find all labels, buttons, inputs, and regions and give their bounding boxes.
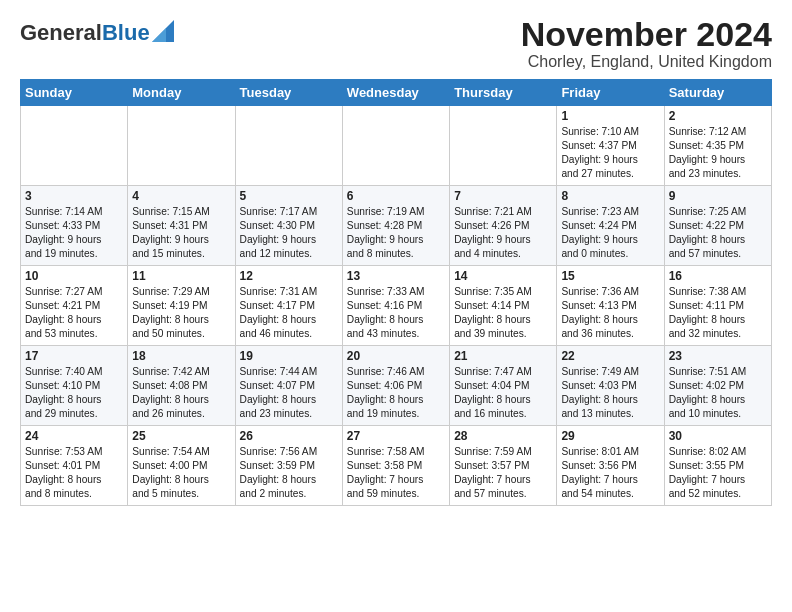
day-number: 11 [132,269,230,283]
calendar-week-5: 24Sunrise: 7:53 AM Sunset: 4:01 PM Dayli… [21,426,772,506]
day-number: 4 [132,189,230,203]
day-number: 26 [240,429,338,443]
day-info: Sunrise: 7:10 AM Sunset: 4:37 PM Dayligh… [561,125,659,180]
day-info: Sunrise: 7:58 AM Sunset: 3:58 PM Dayligh… [347,445,445,500]
calendar-cell: 17Sunrise: 7:40 AM Sunset: 4:10 PM Dayli… [21,346,128,426]
calendar-cell: 6Sunrise: 7:19 AM Sunset: 4:28 PM Daylig… [342,186,449,266]
day-info: Sunrise: 7:25 AM Sunset: 4:22 PM Dayligh… [669,205,767,260]
day-info: Sunrise: 7:42 AM Sunset: 4:08 PM Dayligh… [132,365,230,420]
day-info: Sunrise: 7:19 AM Sunset: 4:28 PM Dayligh… [347,205,445,260]
logo: GeneralBlue [20,20,174,46]
day-number: 23 [669,349,767,363]
day-info: Sunrise: 7:51 AM Sunset: 4:02 PM Dayligh… [669,365,767,420]
day-number: 10 [25,269,123,283]
svg-marker-1 [152,28,166,42]
calendar-cell: 24Sunrise: 7:53 AM Sunset: 4:01 PM Dayli… [21,426,128,506]
calendar-cell: 12Sunrise: 7:31 AM Sunset: 4:17 PM Dayli… [235,266,342,346]
day-number: 18 [132,349,230,363]
logo-general: General [20,20,102,45]
day-info: Sunrise: 8:01 AM Sunset: 3:56 PM Dayligh… [561,445,659,500]
calendar-cell [450,106,557,186]
day-number: 2 [669,109,767,123]
calendar-cell: 28Sunrise: 7:59 AM Sunset: 3:57 PM Dayli… [450,426,557,506]
calendar-cell: 18Sunrise: 7:42 AM Sunset: 4:08 PM Dayli… [128,346,235,426]
day-number: 8 [561,189,659,203]
calendar-cell: 10Sunrise: 7:27 AM Sunset: 4:21 PM Dayli… [21,266,128,346]
calendar-cell: 27Sunrise: 7:58 AM Sunset: 3:58 PM Dayli… [342,426,449,506]
calendar-cell: 21Sunrise: 7:47 AM Sunset: 4:04 PM Dayli… [450,346,557,426]
calendar-cell: 26Sunrise: 7:56 AM Sunset: 3:59 PM Dayli… [235,426,342,506]
day-info: Sunrise: 7:47 AM Sunset: 4:04 PM Dayligh… [454,365,552,420]
col-monday: Monday [128,80,235,106]
calendar-cell [235,106,342,186]
day-number: 22 [561,349,659,363]
day-info: Sunrise: 8:02 AM Sunset: 3:55 PM Dayligh… [669,445,767,500]
page-title: November 2024 [521,16,772,53]
day-number: 30 [669,429,767,443]
col-wednesday: Wednesday [342,80,449,106]
calendar-cell: 23Sunrise: 7:51 AM Sunset: 4:02 PM Dayli… [664,346,771,426]
title-block: November 2024 Chorley, England, United K… [521,16,772,71]
calendar-cell: 8Sunrise: 7:23 AM Sunset: 4:24 PM Daylig… [557,186,664,266]
page-subtitle: Chorley, England, United Kingdom [521,53,772,71]
col-tuesday: Tuesday [235,80,342,106]
calendar-cell: 25Sunrise: 7:54 AM Sunset: 4:00 PM Dayli… [128,426,235,506]
day-number: 3 [25,189,123,203]
calendar-week-2: 3Sunrise: 7:14 AM Sunset: 4:33 PM Daylig… [21,186,772,266]
page: GeneralBlue November 2024 Chorley, Engla… [0,0,792,516]
calendar-cell: 13Sunrise: 7:33 AM Sunset: 4:16 PM Dayli… [342,266,449,346]
day-info: Sunrise: 7:27 AM Sunset: 4:21 PM Dayligh… [25,285,123,340]
day-info: Sunrise: 7:31 AM Sunset: 4:17 PM Dayligh… [240,285,338,340]
day-info: Sunrise: 7:23 AM Sunset: 4:24 PM Dayligh… [561,205,659,260]
calendar-cell: 16Sunrise: 7:38 AM Sunset: 4:11 PM Dayli… [664,266,771,346]
day-info: Sunrise: 7:33 AM Sunset: 4:16 PM Dayligh… [347,285,445,340]
calendar-cell [21,106,128,186]
day-number: 24 [25,429,123,443]
day-number: 9 [669,189,767,203]
day-info: Sunrise: 7:36 AM Sunset: 4:13 PM Dayligh… [561,285,659,340]
calendar-cell: 4Sunrise: 7:15 AM Sunset: 4:31 PM Daylig… [128,186,235,266]
day-info: Sunrise: 7:54 AM Sunset: 4:00 PM Dayligh… [132,445,230,500]
col-friday: Friday [557,80,664,106]
day-number: 15 [561,269,659,283]
header: GeneralBlue November 2024 Chorley, Engla… [20,16,772,71]
calendar-cell: 5Sunrise: 7:17 AM Sunset: 4:30 PM Daylig… [235,186,342,266]
day-number: 6 [347,189,445,203]
calendar-cell: 20Sunrise: 7:46 AM Sunset: 4:06 PM Dayli… [342,346,449,426]
logo-icon [152,20,174,42]
calendar-cell: 9Sunrise: 7:25 AM Sunset: 4:22 PM Daylig… [664,186,771,266]
day-number: 14 [454,269,552,283]
day-info: Sunrise: 7:12 AM Sunset: 4:35 PM Dayligh… [669,125,767,180]
col-sunday: Sunday [21,80,128,106]
day-info: Sunrise: 7:14 AM Sunset: 4:33 PM Dayligh… [25,205,123,260]
day-number: 21 [454,349,552,363]
day-info: Sunrise: 7:38 AM Sunset: 4:11 PM Dayligh… [669,285,767,340]
day-info: Sunrise: 7:21 AM Sunset: 4:26 PM Dayligh… [454,205,552,260]
day-number: 16 [669,269,767,283]
day-info: Sunrise: 7:53 AM Sunset: 4:01 PM Dayligh… [25,445,123,500]
calendar-cell: 2Sunrise: 7:12 AM Sunset: 4:35 PM Daylig… [664,106,771,186]
calendar-cell: 3Sunrise: 7:14 AM Sunset: 4:33 PM Daylig… [21,186,128,266]
day-number: 29 [561,429,659,443]
calendar-cell [342,106,449,186]
day-number: 17 [25,349,123,363]
calendar-cell: 22Sunrise: 7:49 AM Sunset: 4:03 PM Dayli… [557,346,664,426]
day-info: Sunrise: 7:59 AM Sunset: 3:57 PM Dayligh… [454,445,552,500]
calendar-week-3: 10Sunrise: 7:27 AM Sunset: 4:21 PM Dayli… [21,266,772,346]
calendar: Sunday Monday Tuesday Wednesday Thursday… [20,79,772,506]
calendar-week-1: 1Sunrise: 7:10 AM Sunset: 4:37 PM Daylig… [21,106,772,186]
calendar-cell: 15Sunrise: 7:36 AM Sunset: 4:13 PM Dayli… [557,266,664,346]
day-number: 25 [132,429,230,443]
col-thursday: Thursday [450,80,557,106]
day-number: 7 [454,189,552,203]
calendar-cell: 29Sunrise: 8:01 AM Sunset: 3:56 PM Dayli… [557,426,664,506]
logo-text: GeneralBlue [20,20,150,46]
day-number: 1 [561,109,659,123]
calendar-cell: 1Sunrise: 7:10 AM Sunset: 4:37 PM Daylig… [557,106,664,186]
day-info: Sunrise: 7:15 AM Sunset: 4:31 PM Dayligh… [132,205,230,260]
calendar-cell: 11Sunrise: 7:29 AM Sunset: 4:19 PM Dayli… [128,266,235,346]
day-number: 27 [347,429,445,443]
day-number: 13 [347,269,445,283]
calendar-cell [128,106,235,186]
day-info: Sunrise: 7:40 AM Sunset: 4:10 PM Dayligh… [25,365,123,420]
